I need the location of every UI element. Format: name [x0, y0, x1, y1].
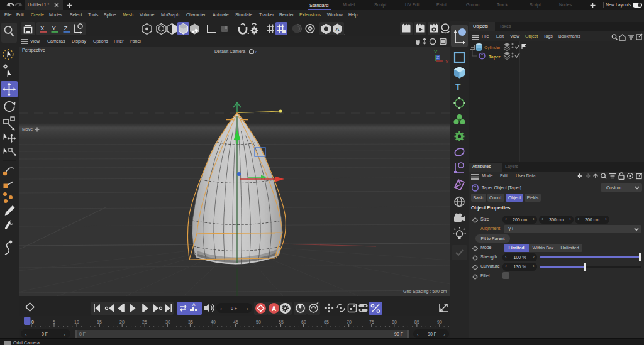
svg-text:A: A [272, 305, 276, 312]
svg-text:0 F: 0 F [231, 306, 237, 310]
svg-text:Y: Y [52, 25, 57, 31]
svg-text:‹: ‹ [417, 332, 419, 337]
svg-text:Cylinder: Cylinder [484, 45, 501, 50]
svg-text:75: 75 [369, 320, 374, 324]
svg-text:›: › [64, 332, 65, 337]
svg-text:X: X [40, 25, 45, 31]
svg-text:›: › [443, 332, 445, 337]
svg-text:Taper: Taper [489, 55, 501, 60]
svg-text:0 F: 0 F [42, 332, 48, 336]
svg-text:35: 35 [188, 320, 193, 324]
svg-text:Z: Z [436, 55, 440, 60]
svg-text:5: 5 [53, 320, 55, 324]
svg-text:10: 10 [74, 320, 79, 324]
svg-text:90 F: 90 F [428, 332, 436, 336]
svg-text:0 F: 0 F [79, 332, 86, 336]
svg-text:90: 90 [437, 320, 442, 324]
svg-text:Z: Z [64, 25, 68, 31]
svg-text:25: 25 [142, 320, 147, 324]
svg-text:15: 15 [97, 320, 102, 324]
svg-text:55: 55 [279, 320, 284, 324]
svg-text:T: T [455, 82, 461, 92]
svg-text:Y: Y [434, 49, 438, 55]
svg-text:85: 85 [414, 320, 419, 324]
svg-text:70: 70 [347, 320, 352, 324]
svg-text:50: 50 [256, 320, 261, 324]
svg-text:20: 20 [119, 320, 125, 324]
svg-text:60: 60 [301, 320, 306, 324]
svg-text:90 F: 90 F [394, 332, 403, 336]
svg-text:40: 40 [211, 320, 216, 324]
svg-text:A: A [335, 26, 340, 33]
svg-text:0: 0 [31, 320, 34, 324]
svg-text:80: 80 [392, 320, 397, 324]
svg-text:‹: ‹ [25, 332, 27, 337]
svg-text:30: 30 [165, 320, 170, 324]
svg-text:45: 45 [233, 320, 238, 324]
svg-text:›: › [247, 306, 248, 312]
svg-text:‹: ‹ [220, 306, 222, 312]
svg-text:A: A [192, 302, 196, 307]
svg-text:X: X [445, 59, 449, 65]
svg-text:65: 65 [324, 320, 329, 324]
